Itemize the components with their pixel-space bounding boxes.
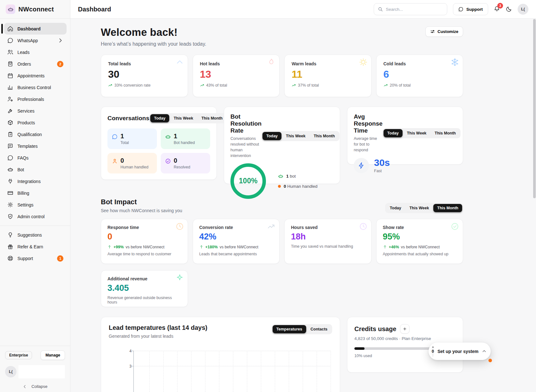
topbar: Dashboard Support 3 L( [70, 0, 536, 19]
sidebar-item-dashboard[interactable]: Dashboard [4, 23, 67, 35]
collapse-sidebar-button[interactable]: Collapse [5, 384, 65, 389]
user-avatar[interactable]: L( [518, 4, 528, 15]
sidebar-item-services[interactable]: Services [4, 105, 67, 117]
sidebar-item-business-control[interactable]: Business Control [4, 82, 67, 93]
trending-up-icon [200, 83, 204, 88]
impact-corner-deco-icon [451, 222, 459, 231]
stat-note: 20% of total [384, 83, 456, 88]
sidebar-item-settings[interactable]: Settings [4, 199, 67, 211]
search-input[interactable] [386, 7, 443, 12]
sidebar-item-label: Suggestions [17, 232, 42, 238]
tile-value: 1 [120, 133, 129, 140]
tab-today[interactable]: Today [386, 204, 405, 212]
arrow-up-icon [107, 245, 112, 249]
conversations-period-tabs: Today This Week This Month [149, 113, 227, 123]
tab-today[interactable]: Today [384, 129, 403, 137]
plan-badge: Enterprise [5, 351, 32, 359]
add-credits-button[interactable] [400, 324, 410, 334]
tab-this-week[interactable]: This Week [170, 114, 197, 122]
customize-button[interactable]: Customize [425, 26, 463, 37]
vertical-scrollbar[interactable] [533, 19, 536, 198]
sidebar-item-faqs[interactable]: FAQs [4, 152, 67, 164]
conversation-tile-bot-handled: 1Bot handled [161, 128, 210, 149]
welcome-title: Welcome back! [101, 26, 206, 38]
sidebar-item-suggestions[interactable]: Suggestions [4, 229, 67, 241]
revenue-corner-deco-icon [176, 274, 184, 282]
lead-stats-row: Total leads 30 33% conversion rate Hot l… [101, 55, 463, 97]
support-button[interactable]: Support [453, 3, 488, 15]
sidebar-item-qualification[interactable]: Qualification [4, 128, 67, 140]
sidebar-item-billing[interactable]: Billing [4, 187, 67, 199]
plus-icon [403, 327, 407, 331]
tab-this-week[interactable]: This Week [282, 132, 309, 140]
impact-corner-deco-icon [267, 222, 275, 231]
stat-label: Cold leads [384, 61, 456, 66]
sidebar-avatar[interactable]: L( [5, 366, 16, 377]
tab-temperatures[interactable]: Temperatures [273, 325, 306, 333]
tile-label: Bot handled [174, 140, 195, 145]
impact-description: Time you saved vs manual handling [291, 244, 365, 249]
stat-card-total-leads: Total leads 30 33% conversion rate [101, 55, 188, 97]
tab-this-month[interactable]: This Month [310, 132, 339, 140]
avg-response-subtitle: Average time for bot to respond [354, 136, 383, 153]
stat-value: 11 [292, 69, 364, 80]
revenue-description: Revenue generated outside business hours [107, 296, 181, 304]
sidebar-item-icon [7, 73, 13, 79]
page-title: Dashboard [78, 6, 111, 13]
setup-system-widget[interactable]: 0 Set up your system [429, 343, 491, 360]
tab-this-month[interactable]: This Month [433, 204, 462, 212]
manage-button[interactable]: Manage [41, 350, 65, 360]
sidebar-item-professionals[interactable]: Professionals [4, 93, 67, 105]
sidebar-item-label: FAQs [17, 155, 29, 160]
notification-badge: 3 [497, 3, 503, 9]
tab-contacts[interactable]: Contacts [307, 325, 331, 333]
sidebar-item-appointments[interactable]: Appointments [4, 70, 67, 82]
stat-card-cold-leads: Cold leads 6 20% of total [376, 55, 463, 97]
tab-this-month[interactable]: This Month [431, 129, 460, 137]
bot-resolution-title: Bot Resolution Rate [230, 113, 262, 134]
tab-this-week[interactable]: This Week [406, 204, 433, 212]
impact-value: 0 [107, 232, 181, 242]
sidebar-item-whatsapp[interactable]: WhatsApp [4, 35, 67, 46]
sidebar-header: NWconnect [0, 0, 70, 19]
sidebar-item-support[interactable]: Support 1 [4, 252, 67, 264]
sidebar-item-badge: 1 [57, 255, 63, 262]
impact-value: 18h [291, 232, 365, 242]
chat-bubble-icon [112, 134, 118, 140]
sidebar-item-products[interactable]: Products [4, 117, 67, 128]
sidebar-item-bot[interactable]: Bot [4, 164, 67, 175]
sidebar-item-icon [7, 26, 13, 32]
lead-temperatures-card: Lead temperatures (last 14 days) Generat… [101, 317, 340, 392]
stat-corner-deco-icon [451, 58, 459, 66]
tab-today[interactable]: Today [150, 114, 169, 122]
sidebar-item-leads[interactable]: Leads [4, 46, 67, 58]
impact-delta-row: +99% vs before NWConnect [107, 245, 181, 249]
setup-widget-label: Set up your system [437, 349, 478, 354]
tile-label: Total [120, 140, 129, 145]
avg-response-note: Fast [374, 169, 390, 173]
conversation-tile-human-handled: 0Human handled [107, 153, 157, 173]
sidebar-item-label: Appointments [17, 73, 45, 78]
sidebar-item-templates[interactable]: Templates [4, 140, 67, 152]
sidebar-item-admin-control[interactable]: Admin control [4, 211, 67, 222]
sliders-icon [430, 29, 435, 34]
sidebar-divider [0, 225, 70, 226]
dark-mode-toggle-moon-icon[interactable] [506, 6, 512, 12]
sidebar-item-refer-earn[interactable]: Refer & Earn [4, 241, 67, 252]
stat-card-hot-leads: Hot leads 13 43% of total [193, 55, 280, 97]
sidebar-item-icon [7, 213, 13, 219]
impact-description: Leads that became appointments [199, 252, 273, 256]
impact-corner-deco-icon [359, 222, 367, 231]
credits-progress-fill [354, 347, 365, 350]
bot-impact-cards-row: Response time 0 +99% vs before NWConnect… [101, 219, 463, 264]
tab-today[interactable]: Today [262, 132, 281, 140]
tab-this-week[interactable]: This Week [403, 129, 430, 137]
additional-revenue-card: Additional revenue 3.405 Revenue generat… [101, 270, 188, 307]
notifications-button[interactable]: 3 [494, 6, 500, 13]
sidebar-item-orders[interactable]: Orders 2 [4, 58, 67, 70]
app-name: NWconnect [18, 6, 54, 13]
sidebar-item-label: Products [17, 120, 35, 125]
sidebar-item-integrations[interactable]: Integrations [4, 175, 67, 187]
search-box[interactable] [374, 3, 447, 15]
tab-this-month[interactable]: This Month [197, 114, 226, 122]
